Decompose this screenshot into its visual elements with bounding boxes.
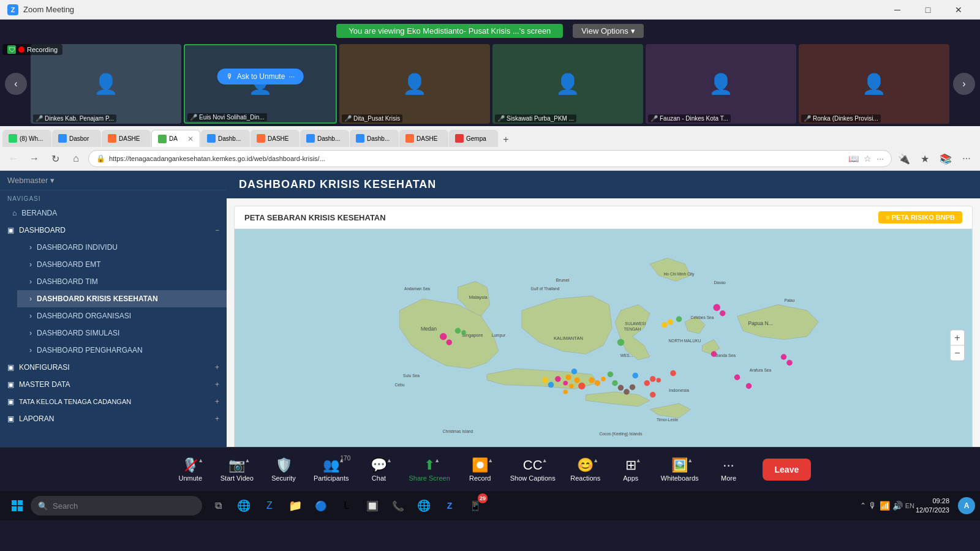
svg-text:Timor-Leste: Timor-Leste [657,418,678,422]
phone-app-button[interactable]: 📱 29 [463,493,488,518]
sidebar-item-tata-kelola[interactable]: ▣ TATA KELOLA TENAGA CADANGAN + [0,393,227,410]
app3-button[interactable]: 🔲 [360,493,385,518]
browser-more-button[interactable]: ··· [958,150,975,167]
back-button[interactable]: ← [5,150,22,167]
sidebar-item-dashboard-organisasi[interactable]: › DASHBOARD ORGANISASI [17,307,227,324]
svg-point-41 [608,372,614,378]
close-button[interactable]: ✕ [944,0,973,20]
security-button[interactable]: 🛡️ Security [262,454,305,485]
windows-search-bar[interactable]: 🔍 Search [31,496,202,515]
ask-unmute-button[interactable]: 🎙 Ask to Unmute ··· [217,69,304,84]
sidebar-category-dashboard[interactable]: ▣ DASHBOARD − [0,222,227,239]
sidebar-item-dashboard-tim[interactable]: › DASHBOARD TIM [17,273,227,290]
sidebar-item-dashboard-emt[interactable]: › DASHBOARD EMT [17,256,227,273]
browser-tab[interactable]: Dasbor [52,130,101,147]
edge-button[interactable]: 🌐 [232,493,256,518]
reload-button[interactable]: ↻ [47,150,64,167]
windows-logo-icon [11,500,23,512]
chevron-up-icon[interactable]: ⌃ [860,501,866,510]
sidebar-webmaster[interactable]: Webmaster ▾ [0,171,227,190]
browser-tab[interactable]: Dashb... [300,130,349,147]
zoom-out-button[interactable]: − [950,346,965,361]
app2-button[interactable]: L [334,493,359,518]
peta-risiko-button[interactable]: ≡ PETA RISIKO BNPB [878,211,962,223]
browser-tab[interactable]: (8) Wh... [2,130,51,147]
browser-tab[interactable]: Gempa [449,130,498,147]
svg-text:Davao: Davao [714,280,726,285]
start-video-button[interactable]: 📷 ▲ Start Video [214,454,260,485]
address-bar[interactable]: 🔒 https://tenagacadangankesehatan.kemkes… [88,150,892,167]
share-screen-button[interactable]: ⬆ ▲ Share Screen [402,454,456,485]
chevron-icon: › [29,243,32,252]
svg-point-63 [662,322,668,328]
extensions-button[interactable]: 🔌 [895,150,913,167]
read-icon[interactable]: 📖 [848,154,859,163]
sidebar-item-beranda[interactable]: ⌂ BERANDA [0,204,227,222]
zoom-app-button[interactable]: Z [437,493,462,518]
favorite-icon[interactable]: ☆ [864,154,872,163]
unmute-chevron[interactable]: ▲ [198,457,203,463]
browser-tab-active[interactable]: DA ✕ [151,130,200,147]
reactions-button[interactable]: 😊 ▲ Reactions [564,454,607,485]
sidebar-item-laporan[interactable]: ▣ LAPORAN + [0,410,227,427]
maximize-button[interactable]: □ [914,0,942,20]
svg-text:Brunei: Brunei [556,277,570,283]
whiteboard-chevron[interactable]: ▲ [687,457,693,463]
favorites-button[interactable]: ★ [916,150,933,167]
apps-chevron[interactable]: ▲ [636,457,641,463]
prev-participant-button[interactable]: ‹ [5,73,27,95]
participants-chevron[interactable]: ▲ [339,457,344,463]
tab-close-button[interactable]: ✕ [187,135,194,143]
system-clock[interactable]: 09:28 12/07/2023 [916,497,954,515]
browser-tab[interactable]: Dashb... [201,130,250,147]
app4-button[interactable]: 📞 [386,493,410,518]
captions-chevron[interactable]: ▲ [542,457,548,463]
browser-tab[interactable]: DASHE [399,130,448,147]
zoom-in-button[interactable]: + [950,331,965,345]
video-chevron[interactable]: ▲ [244,457,250,463]
reactions-chevron[interactable]: ▲ [593,457,598,463]
sidebar-item-dashboard-krisis[interactable]: › DASHBOARD KRISIS KESEHATAN [17,290,227,307]
chrome-button[interactable]: 🌐 [412,493,436,518]
map-zoom-controls[interactable]: + − [950,330,965,361]
apps-button[interactable]: ⊞ ▲ Apps [609,454,652,485]
participants-button[interactable]: 👥 170 ▲ Participants [307,454,355,485]
leave-button[interactable]: Leave [763,459,812,481]
collections-button[interactable]: 📚 [937,150,954,167]
file-explorer-button[interactable]: 📁 [283,493,307,518]
windows-start-button[interactable] [5,493,29,518]
browser-tab[interactable]: Dashb... [350,130,399,147]
record-button[interactable]: ⏺️ ▲ Record [459,454,502,485]
record-chevron[interactable]: ▲ [488,457,493,463]
share-chevron[interactable]: ▲ [434,457,440,463]
sidebar-item-dashboard-simulasi[interactable]: › DASHBOARD SIMULASI [17,324,227,342]
participant-label: 🎤 Euis Novi Solihati_Din... [187,113,267,121]
app1-button[interactable]: 🔵 [309,493,333,518]
new-tab-button[interactable]: + [499,132,513,147]
participant-thumb: 👤 🎙 Ask to Unmute ··· 🎤 Euis Novi Soliha… [184,44,337,124]
user-avatar[interactable]: A [958,497,975,514]
view-options-button[interactable]: View Options ▾ [573,24,643,38]
more-icon[interactable]: ··· [876,154,884,163]
sidebar-item-konfigurasi[interactable]: ▣ KONFIGURASI + [0,359,227,376]
zoom-taskbar-icon[interactable]: Z [257,493,282,518]
taskview-button[interactable]: ⧉ [206,493,230,518]
svg-point-43 [670,370,676,377]
unmute-button[interactable]: 🎙️ ▲ Unmute [169,454,212,485]
sidebar-item-master-data[interactable]: ▣ MASTER DATA + [0,376,227,393]
home-button[interactable]: ⌂ [67,150,85,167]
more-button[interactable]: ··· More [707,454,750,485]
sidebar-item-dashboard-individu[interactable]: › DASHBOARD INDIVIDU [17,239,227,256]
browser-tab[interactable]: DASHE [102,130,151,147]
whiteboards-button[interactable]: 🖼️ ▲ Whiteboards [655,454,705,485]
next-participant-button[interactable]: › [953,73,975,95]
forward-button[interactable]: → [26,150,43,167]
chat-chevron[interactable]: ▲ [386,457,392,463]
sidebar-item-dashboard-penghargaan[interactable]: › DASHBOARD PENGHARGAAN [17,342,227,359]
browser-tab[interactable]: DASHE [251,130,300,147]
svg-point-58 [633,373,639,379]
minimize-button[interactable]: ─ [883,0,911,20]
show-captions-button[interactable]: CC ▲ Show Captions [504,454,562,485]
chat-button[interactable]: 💬 ▲ Chat [357,454,400,485]
map-container[interactable]: Medan Malaysia Singapore KALIMANTAN SULA… [235,229,972,447]
